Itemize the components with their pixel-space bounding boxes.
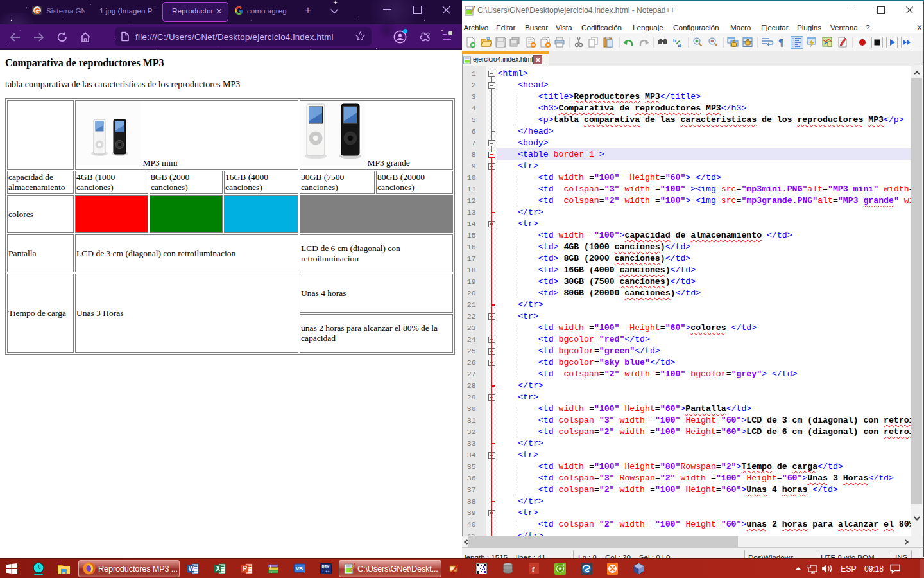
svg-text:P: P	[243, 565, 248, 572]
svg-text:DEV: DEV	[322, 565, 330, 568]
svg-text:VB: VB	[296, 566, 303, 572]
svg-text:¶: ¶	[778, 37, 783, 48]
svg-text:b: b	[673, 37, 676, 44]
svg-text:f: f	[532, 565, 535, 573]
svg-text:C++: C++	[323, 569, 330, 573]
svg-text:X: X	[216, 565, 220, 572]
svg-text:W: W	[189, 565, 195, 572]
